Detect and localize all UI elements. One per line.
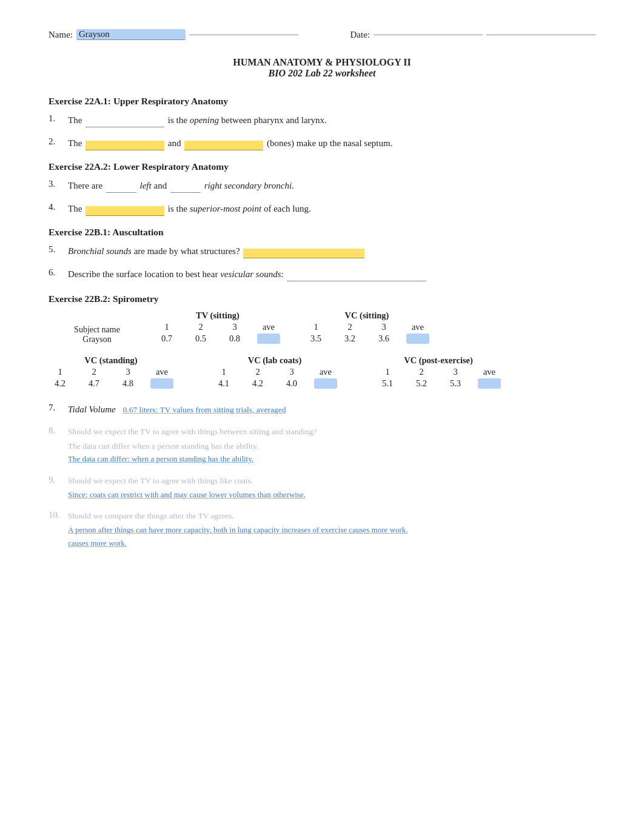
q1-blank1 (86, 118, 164, 127)
tv-val-3: 0.8 (223, 334, 246, 344)
q5-italic: Bronchial sounds (68, 246, 132, 256)
question-7: 7. Tidal Volume 0.67 liters: TV values f… (49, 402, 595, 417)
tv-sitting-labels: 1 2 3 ave (155, 322, 280, 332)
q6-italic: vesicular sounds (220, 269, 281, 279)
q2-num: 2. (49, 136, 68, 147)
spiro-lower-row: VC (standing) 1 2 3 ave 4.2 4.7 4.8 VC (… (49, 355, 595, 389)
q7-num: 7. (49, 402, 68, 413)
date-underline (486, 35, 595, 35)
q7-label: Tidal Volume (68, 404, 116, 414)
q8-body: Should we expect the TV to agree with th… (68, 425, 595, 466)
tv-val-2: 0.5 (189, 334, 212, 344)
title-block: HUMAN ANATOMY & PHYSIOLOGY II BIO 202 La… (49, 57, 595, 79)
tv-col-2: 2 (189, 322, 212, 332)
q5-body: Bronchial sounds are made by what struct… (68, 244, 595, 258)
q6-body: Describe the surface location to best he… (68, 267, 595, 281)
vc-lc-val-3: 4.0 (280, 378, 303, 389)
vc-labcoats-group: VC (lab coats) 1 2 3 ave 4.1 4.2 4.0 (212, 355, 337, 389)
vc-st-col-2: 2 (82, 367, 106, 377)
question-8: 8. Should we expect the TV to agree with… (49, 425, 595, 466)
q2-blank1 (86, 141, 164, 150)
vc-s-val-3: 3.6 (372, 334, 395, 344)
vc-postexercise-group: VC (post-exercise) 1 2 3 ave 5.1 5.2 5.3 (376, 355, 501, 389)
q6-blank1 (287, 272, 426, 281)
vc-s-val-1: 3.5 (304, 334, 327, 344)
q7-body: Tidal Volume 0.67 liters: TV values from… (68, 402, 595, 417)
vc-s-col-ave: ave (406, 322, 429, 332)
question-10: 10. Should we compare the things after t… (49, 509, 595, 549)
q1-body: The is the opening between pharynx and l… (68, 113, 595, 127)
vc-pe-col-1: 1 (376, 367, 399, 377)
name-field: Name: Grayson (49, 29, 298, 40)
vc-standing-header: VC (standing) (84, 355, 137, 366)
question-1: 1. The is the opening between pharynx an… (49, 113, 595, 127)
q3-body: There are left and right secondary bronc… (68, 178, 595, 193)
vc-lc-val-2: 4.2 (246, 378, 269, 389)
q2-blank2 (184, 141, 263, 150)
main-title: HUMAN ANATOMY & PHYSIOLOGY II (49, 57, 595, 68)
vc-sitting-header: VC (sitting) (345, 310, 389, 321)
date-label: Date: (351, 30, 370, 40)
q3-italic1: left (140, 181, 152, 190)
q9-num: 9. (49, 474, 68, 485)
spirometry-title: Exercise 22B.2: Spirometry (49, 293, 595, 304)
vc-s-col-3: 3 (372, 322, 395, 332)
vc-labcoats-labels: 1 2 3 ave (212, 367, 337, 377)
vc-labcoats-header: VC (lab coats) (248, 355, 302, 366)
q8-num: 8. (49, 425, 68, 436)
header-row: Name: Grayson Date: (49, 29, 595, 40)
q5-num: 5. (49, 244, 68, 255)
vc-s-col-1: 1 (304, 322, 327, 332)
question-4: 4. The is the superior-most point of eac… (49, 201, 595, 216)
sub-title: BIO 202 Lab 22 worksheet (49, 68, 595, 79)
vc-standing-values: 4.2 4.7 4.8 (49, 378, 173, 389)
question-2: 2. The and (bones) make up the nasal sep… (49, 136, 595, 150)
tv-col-3: 3 (223, 322, 246, 332)
exercise-22a2-title: Exercise 22A.2: Lower Respiratory Anatom… (49, 161, 595, 172)
q4-num: 4. (49, 201, 68, 212)
vc-pe-val-1: 5.1 (376, 378, 399, 389)
q10-num: 10. (49, 509, 68, 520)
vc-postex-values: 5.1 5.2 5.3 (376, 378, 501, 389)
vc-lc-col-2: 2 (246, 367, 269, 377)
q4-body: The is the superior-most point of each l… (68, 201, 595, 216)
q4-blank1 (86, 206, 164, 216)
q7-answer: 0.67 liters: TV values from sitting tria… (123, 405, 286, 414)
vc-lc-ave (314, 378, 337, 389)
vc-lc-col-1: 1 (212, 367, 235, 377)
question-9: 9. Should we expect the TV to agree with… (49, 474, 595, 501)
vc-pe-col-ave: ave (478, 367, 501, 377)
name-value: Grayson (76, 29, 186, 40)
vc-st-col-3: 3 (116, 367, 139, 377)
vc-st-val-3: 4.8 (116, 378, 139, 389)
tv-sitting-values: 0.7 0.5 0.8 (155, 334, 280, 344)
date-value (374, 35, 483, 35)
vc-st-col-1: 1 (49, 367, 72, 377)
vc-pe-ave (478, 378, 501, 389)
q5-blank1 (243, 249, 364, 258)
vc-st-val-2: 4.7 (82, 378, 106, 389)
spirometry-table: Subject name Grayson TV (sitting) 1 2 3 … (49, 310, 595, 389)
vc-standing-group: VC (standing) 1 2 3 ave 4.2 4.7 4.8 (49, 355, 173, 389)
vc-s-val-2: 3.2 (338, 334, 361, 344)
vc-lc-col-3: 3 (280, 367, 303, 377)
q3-blank2 (170, 183, 201, 193)
vc-labcoats-values: 4.1 4.2 4.0 (212, 378, 337, 389)
exercise-22b1-title: Exercise 22B.1: Auscultation (49, 227, 595, 238)
vc-sitting-values: 3.5 3.2 3.6 (304, 334, 429, 344)
name-label: Name: (49, 30, 73, 40)
question-5: 5. Bronchial sounds are made by what str… (49, 244, 595, 258)
vc-lc-col-ave: ave (314, 367, 337, 377)
spiro-upper-row: Subject name Grayson TV (sitting) 1 2 3 … (49, 310, 595, 344)
vc-standing-labels: 1 2 3 ave (49, 367, 173, 377)
q6-num: 6. (49, 267, 68, 278)
tv-col-ave: ave (257, 322, 280, 332)
tv-sitting-header: TV (sitting) (196, 310, 240, 321)
tv-col-1: 1 (155, 322, 178, 332)
vc-pe-col-3: 3 (444, 367, 467, 377)
q3-italic2: right secondary bronchi (204, 181, 292, 190)
question-3: 3. There are left and right secondary br… (49, 178, 595, 193)
vc-lc-val-1: 4.1 (212, 378, 235, 389)
q2-body: The and (bones) make up the nasal septum… (68, 136, 595, 150)
exercise-22a1-title: Exercise 22A.1: Upper Respiratory Anatom… (49, 96, 595, 107)
